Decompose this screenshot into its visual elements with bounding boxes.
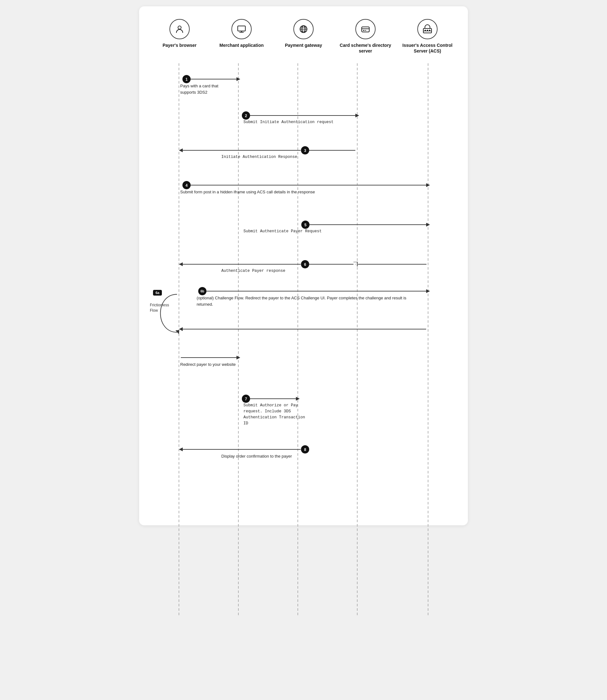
actor-gateway: Payment gateway [275, 19, 332, 54]
step6b-label: (optional) Challenge Flow. Redirect the … [197, 295, 418, 307]
diagram-container: Payer's browser Merchant application [139, 6, 468, 525]
sequence-area: 1 2 3 4 5 6 [149, 63, 458, 506]
svg-rect-9 [363, 30, 364, 31]
frictionless-label: FrictionlessFlow [150, 302, 169, 313]
step4-label: Submit form post in a hidden iframe usin… [180, 189, 354, 195]
actor-icon-directory [355, 19, 376, 39]
actor-icon-merchant [231, 19, 252, 39]
actor-label-acs: Issuer's Access Control Server (ACS) [399, 42, 456, 54]
actor-label-directory: Card scheme's directory server [337, 42, 394, 54]
actor-label-gateway: Payment gateway [285, 42, 322, 48]
step5-label: Submit Authenticate Payer Request [244, 228, 322, 235]
actor-merchant: Merchant application [213, 19, 270, 54]
actor-payer: Payer's browser [151, 19, 208, 54]
actor-label-payer: Payer's browser [163, 42, 197, 48]
actor-icon-acs [417, 19, 438, 39]
step2-label: Submit Initiate Authentication request [244, 119, 334, 125]
svg-rect-10 [365, 30, 366, 31]
actor-icon-gateway [293, 19, 314, 39]
actors-row: Payer's browser Merchant application [149, 19, 458, 54]
actor-label-merchant: Merchant application [219, 42, 264, 48]
sequence-content: Pays with a card that supports 3DS2 Subm… [149, 63, 458, 506]
actor-icon-payer [169, 19, 190, 39]
step3-label: Initiate Authentication Response [221, 154, 297, 160]
actor-acs: Issuer's Access Control Server (ACS) [399, 19, 456, 54]
svg-rect-1 [238, 26, 245, 31]
step8-label: Display order confirmation to the payer [221, 453, 292, 460]
svg-point-0 [178, 26, 181, 29]
redirect-label: Redirect payer to your website [180, 361, 244, 368]
frictionless-badge: 6a [153, 290, 162, 296]
step6-label: Authenticate Payer response [221, 268, 286, 274]
step7-label: Submit Authorize or Payrequest. Include … [244, 402, 313, 426]
svg-rect-7 [362, 27, 369, 32]
actor-directory: Card scheme's directory server [337, 19, 394, 54]
step1-label: Pays with a card that supports 3DS2 [180, 83, 231, 95]
